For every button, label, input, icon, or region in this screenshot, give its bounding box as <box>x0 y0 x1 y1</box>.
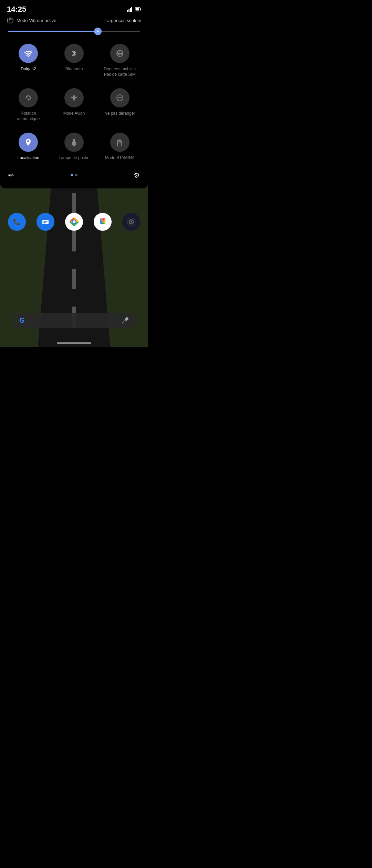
airplane-circle <box>64 88 84 107</box>
battery-icon <box>135 7 141 12</box>
rotation-circle <box>19 88 38 107</box>
svg-rect-67 <box>131 7 132 12</box>
app-messages[interactable] <box>33 213 58 232</box>
quick-settings-panel: 14:25 📳 Mode Vibreur activé · Urgences s… <box>0 0 148 188</box>
rotation-label: Rotation automatique <box>17 111 40 122</box>
chrome-icon <box>65 213 83 231</box>
toggle-bluetooth[interactable]: Bluetooth <box>51 38 97 83</box>
svg-rect-70 <box>141 9 141 10</box>
pinwheel-icon <box>122 213 140 231</box>
qs-edit-button[interactable]: ✏ <box>8 171 14 179</box>
signal-icon <box>127 6 133 12</box>
toggle-rotation[interactable]: Rotation automatique <box>6 83 51 127</box>
svg-point-81 <box>27 140 29 142</box>
svg-rect-69 <box>136 8 139 11</box>
qs-settings-button[interactable]: ⚙ <box>134 171 140 179</box>
urgence-text: · Urgences seulem <box>104 18 141 23</box>
svg-rect-66 <box>130 8 131 12</box>
dock-row: 📞 <box>0 209 148 236</box>
svg-rect-64 <box>127 10 128 12</box>
qs-page-dots <box>71 174 78 176</box>
toggle-dnd[interactable]: Ne pas déranger <box>97 83 143 127</box>
svg-point-58 <box>73 220 75 223</box>
toggle-mobile-data[interactable]: Données mobiles Pas de carte SIM <box>97 38 143 83</box>
brightness-sun-icon: ✦ <box>96 29 100 34</box>
mic-icon[interactable]: 🎤 <box>121 317 129 324</box>
app-phone[interactable]: 📞 <box>4 213 29 232</box>
status-time: 14:25 <box>7 5 26 14</box>
qs-dot-1[interactable] <box>71 174 73 176</box>
toggle-stamina[interactable]: Mode STAMINA <box>97 127 143 166</box>
svg-point-63 <box>131 221 132 223</box>
mobile-data-circle <box>110 44 130 63</box>
notif-left: 📳 Mode Vibreur activé <box>7 17 56 24</box>
stamina-label: Mode STAMINA <box>105 155 135 161</box>
qs-dot-2[interactable] <box>75 174 78 176</box>
toggles-grid: 4 Dalgas2 Bluetooth Données mobiles Pas … <box>0 38 148 166</box>
brightness-fill <box>8 31 98 32</box>
vibrate-icon: 📳 <box>7 17 14 24</box>
dnd-circle <box>110 88 130 107</box>
svg-text:📞: 📞 <box>13 218 21 226</box>
wifi-circle: 4 <box>19 44 38 63</box>
app-photos[interactable] <box>90 213 115 232</box>
svg-rect-53 <box>42 220 49 224</box>
google-g-icon: G <box>19 317 25 324</box>
svg-point-71 <box>28 56 29 57</box>
brightness-row: ✦ <box>0 27 148 38</box>
toggle-wifi[interactable]: 4 Dalgas2 <box>6 38 51 83</box>
messages-icon <box>37 213 54 231</box>
toggle-flashlight[interactable]: Lampe de poche <box>51 127 97 166</box>
qs-bottom-bar: ✏ ⚙ <box>0 168 148 182</box>
bluetooth-label: Bluetooth <box>65 66 83 72</box>
bluetooth-circle <box>64 44 84 63</box>
location-circle <box>19 133 38 152</box>
google-search-bar[interactable]: G 🎤 <box>12 313 136 328</box>
vibrate-text: Mode Vibreur activé <box>17 18 56 23</box>
app-chrome[interactable] <box>62 213 86 232</box>
svg-marker-83 <box>72 142 76 145</box>
brightness-track: ✦ <box>8 31 140 32</box>
wifi-label: Dalgas2 <box>21 66 36 72</box>
toggle-location[interactable]: Localisation <box>6 127 51 166</box>
home-indicator[interactable] <box>57 342 91 344</box>
status-bar: 14:25 <box>0 0 148 16</box>
search-bar-container: G 🎤 <box>0 310 148 331</box>
app-pinwheel[interactable] <box>119 213 144 232</box>
dnd-label: Ne pas déranger <box>104 111 135 116</box>
airplane-label: Mode Avion <box>63 111 85 116</box>
location-label: Localisation <box>18 155 39 161</box>
phone-icon: 📞 <box>8 213 26 231</box>
brightness-thumb: ✦ <box>94 28 102 35</box>
brightness-slider[interactable]: ✦ <box>8 31 140 32</box>
svg-rect-54 <box>43 221 48 222</box>
status-icons <box>127 6 141 12</box>
svg-rect-82 <box>73 139 75 142</box>
toggle-airplane[interactable]: Mode Avion <box>51 83 97 127</box>
flashlight-label: Lampe de poche <box>59 155 89 161</box>
notif-bar: 📳 Mode Vibreur activé · Urgences seulem <box>0 16 148 27</box>
svg-rect-65 <box>128 9 130 12</box>
svg-rect-55 <box>43 222 46 223</box>
svg-rect-84 <box>73 145 75 146</box>
photos-icon <box>94 213 112 231</box>
stamina-circle <box>110 133 130 152</box>
flashlight-circle <box>64 133 84 152</box>
mobile-data-label: Données mobiles Pas de carte SIM <box>104 66 136 77</box>
